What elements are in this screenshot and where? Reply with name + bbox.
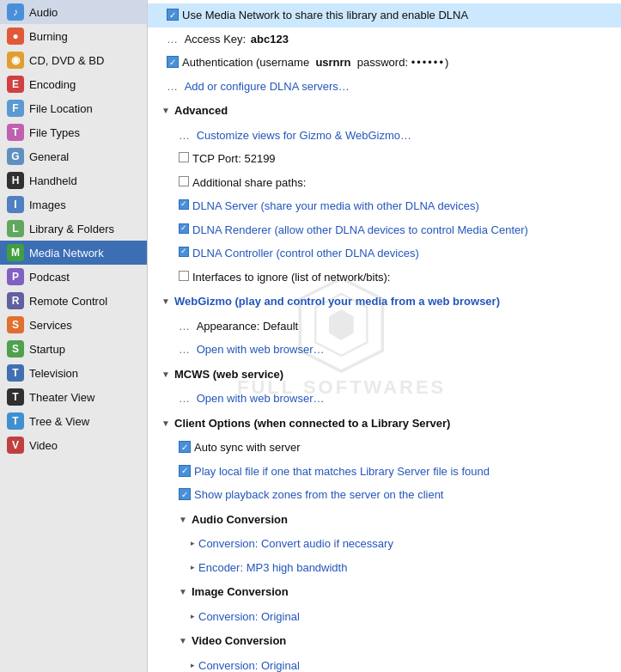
row-label-3[interactable]: Add or configure DLNA servers… — [185, 80, 350, 93]
row-key-1: Access Key: — [185, 33, 249, 46]
content-row-4: ▼Advanced — [148, 98, 621, 124]
sidebar-label-television: Television — [29, 367, 78, 380]
sidebar-item-encoding[interactable]: EEncoding — [0, 72, 147, 96]
arrow-icon-23: ▸ — [191, 562, 195, 574]
checkbox-18[interactable]: ✓ — [179, 441, 191, 453]
row-prefix-16: … — [179, 392, 193, 405]
row-label-18: Auto sync with server — [194, 439, 301, 456]
sidebar-label-audio: Audio — [29, 6, 58, 19]
small-checkbox-6[interactable] — [179, 152, 189, 162]
section-arrow-12[interactable]: ▼ — [161, 295, 172, 308]
sidebar-icon-general: G — [7, 148, 24, 165]
row-label-5[interactable]: Customize views for Gizmo & WebGizmo… — [197, 129, 411, 142]
sidebar-label-library-folders: Library & Folders — [29, 223, 114, 235]
small-checkbox-8[interactable]: ✓ — [179, 199, 189, 210]
sidebar-item-general[interactable]: GGeneral — [0, 144, 147, 168]
content-row-20: ✓Show playback zones from the server on … — [148, 483, 621, 507]
small-checkbox-9[interactable]: ✓ — [179, 223, 189, 234]
row-label-14[interactable]: Open with web browser… — [197, 343, 325, 356]
row-label-8: DLNA Server (share your media with other… — [192, 198, 479, 215]
content-row-9: ✓DLNA Renderer (allow other DLNA devices… — [148, 218, 621, 242]
content-row-25: ▸Conversion: Original — [148, 605, 621, 629]
sidebar-icon-podcast: P — [7, 268, 24, 285]
checkbox-20[interactable]: ✓ — [179, 488, 191, 500]
sidebar-item-images[interactable]: IImages — [0, 192, 147, 217]
sidebar-label-encoding: Encoding — [29, 78, 76, 91]
sidebar-label-podcast: Podcast — [29, 271, 70, 284]
sidebar-icon-startup: S — [7, 340, 24, 357]
small-checkbox-10[interactable]: ✓ — [179, 247, 189, 257]
content-row-22: ▸Conversion: Convert audio if necessary — [148, 532, 621, 556]
section-arrow-15[interactable]: ▼ — [161, 368, 172, 381]
row-label-16[interactable]: Open with web browser… — [197, 392, 325, 405]
content-row-17: ▼Client Options (when connected to a Lib… — [148, 411, 621, 437]
sidebar-icon-file-location: F — [7, 100, 24, 117]
sidebar-item-television[interactable]: TTelevision — [0, 361, 147, 385]
sidebar-item-services[interactable]: SServices — [0, 313, 147, 337]
sidebar-label-cd-dvd-bd: CD, DVD & BD — [29, 54, 104, 67]
sidebar-item-audio[interactable]: ♪Audio — [0, 0, 147, 24]
section-label-15: MCWS (web service) — [174, 366, 283, 383]
sidebar-label-images: Images — [29, 199, 66, 211]
checkbox-2[interactable]: ✓ — [167, 56, 179, 68]
sidebar: ♪Audio●Burning◉CD, DVD & BDEEncodingFFil… — [0, 0, 148, 672]
section-arrow-17[interactable]: ▼ — [161, 417, 172, 430]
row-prefix-14: … — [179, 343, 193, 356]
checkbox-0[interactable]: ✓ — [167, 9, 179, 21]
row-label-19: Play local file if one that matches Libr… — [194, 463, 490, 480]
row-label-20: Show playback zones from the server on t… — [194, 486, 443, 504]
content-row-8: ✓DLNA Server (share your media with othe… — [148, 194, 621, 218]
sidebar-item-podcast[interactable]: PPodcast — [0, 265, 147, 289]
small-checkbox-11[interactable] — [179, 271, 189, 281]
row-prefix-5: … — [179, 129, 193, 142]
content-row-1: … Access Key: abc123 — [148, 27, 621, 52]
sidebar-label-video: Video — [29, 439, 58, 452]
subsection-arrow-24[interactable]: ▼ — [179, 585, 189, 598]
arrow-item-label-25: Conversion: Original — [198, 608, 300, 626]
sidebar-icon-media-network: M — [7, 244, 24, 261]
sidebar-item-cd-dvd-bd[interactable]: ◉CD, DVD & BD — [0, 48, 147, 72]
content-row-24: ▼Image Conversion — [148, 579, 621, 605]
content-row-6: TCP Port: 52199 — [148, 147, 621, 171]
sidebar-item-library-folders[interactable]: LLibrary & Folders — [0, 217, 147, 241]
sidebar-item-file-location[interactable]: FFile Location — [0, 96, 147, 120]
sidebar-item-media-network[interactable]: MMedia Network — [0, 241, 147, 265]
sidebar-icon-theater-view: T — [7, 388, 24, 406]
sidebar-icon-images: I — [7, 196, 24, 213]
sidebar-label-handheld: Handheld — [29, 174, 77, 187]
sidebar-icon-encoding: E — [7, 76, 24, 93]
sidebar-item-handheld[interactable]: HHandheld — [0, 168, 147, 192]
sidebar-item-tree-view[interactable]: TTree & View — [0, 409, 147, 433]
sidebar-item-burning[interactable]: ●Burning — [0, 24, 147, 48]
section-arrow-4[interactable]: ▼ — [161, 104, 172, 117]
sidebar-item-theater-view[interactable]: TTheater View — [0, 385, 147, 409]
checkbox-19[interactable]: ✓ — [179, 465, 191, 477]
sidebar-item-video[interactable]: VVideo — [0, 433, 147, 457]
row-label-13: Appearance: Default — [197, 320, 299, 333]
subsection-arrow-21[interactable]: ▼ — [179, 513, 189, 526]
sidebar-label-burning: Burning — [29, 30, 68, 43]
row-label-6: TCP Port: 52199 — [192, 150, 276, 168]
sidebar-icon-remote-control: R — [7, 292, 24, 309]
row-label-7: Additional share paths: — [192, 174, 306, 192]
row-label-0: Use Media Network to share this library … — [182, 7, 468, 24]
section-label-17: Client Options (when connected to a Libr… — [174, 415, 450, 432]
main-content: ✓Use Media Network to share this library… — [148, 0, 621, 672]
subsection-arrow-26[interactable]: ▼ — [179, 634, 189, 647]
sidebar-item-remote-control[interactable]: RRemote Control — [0, 289, 147, 313]
row-label-2: Authentication (username usrnrn password… — [182, 54, 448, 71]
row-label-9: DLNA Renderer (allow other DLNA devices … — [192, 222, 528, 239]
sidebar-item-startup[interactable]: SStartup — [0, 337, 147, 361]
sidebar-item-file-types[interactable]: TFile Types — [0, 120, 147, 144]
small-checkbox-7[interactable] — [179, 176, 189, 186]
content-row-15: ▼MCWS (web service) — [148, 362, 621, 388]
sidebar-label-startup: Startup — [29, 343, 65, 356]
row-value-1: abc123 — [251, 33, 289, 46]
content-row-3: … Add or configure DLNA servers… — [148, 75, 621, 99]
sidebar-icon-burning: ● — [7, 27, 24, 45]
sidebar-icon-services: S — [7, 316, 24, 333]
subsection-label-26: Video Conversion — [192, 632, 286, 650]
content-row-14: … Open with web browser… — [148, 338, 621, 362]
content-row-5: … Customize views for Gizmo & WebGizmo… — [148, 124, 621, 148]
sidebar-icon-file-types: T — [7, 124, 24, 141]
